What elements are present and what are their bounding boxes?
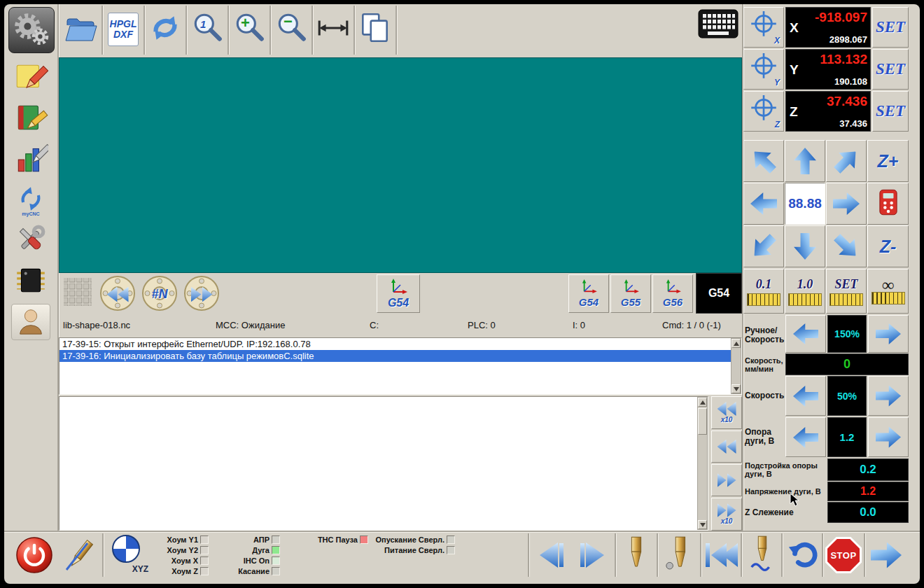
home-y1-indicator[interactable] — [200, 536, 209, 544]
user-button[interactable] — [11, 304, 50, 340]
touch-switch[interactable]: Касание — [227, 566, 280, 576]
jog-z-minus-button[interactable]: Z- — [867, 225, 909, 267]
program-back-x10-button[interactable]: x10 — [711, 396, 742, 429]
scrollbar-thumb[interactable] — [698, 408, 707, 435]
wcs-g54-button[interactable]: G54 — [568, 274, 609, 313]
jog-down-right-button[interactable] — [826, 225, 867, 267]
ihc-on-indicator[interactable] — [272, 556, 280, 565]
thread-cutting-button[interactable] — [743, 535, 781, 575]
scroll-down-icon[interactable] — [732, 384, 741, 393]
home-y1-switch[interactable]: Хоум Y1 — [144, 534, 209, 545]
arc-ref-increase-button[interactable] — [868, 417, 909, 457]
ihc-on-switch[interactable]: IHC On — [227, 555, 280, 566]
program-back-button[interactable] — [711, 430, 742, 463]
drill-lower-switch[interactable]: Опускание Сверл. — [368, 534, 455, 545]
arc-switch[interactable]: Дуга — [227, 545, 280, 555]
probe-tool-button[interactable] — [659, 535, 699, 575]
stop-button[interactable]: STOP — [825, 536, 862, 574]
step-continuous-button[interactable]: ∞ — [867, 269, 909, 314]
thc-pause-indicator[interactable] — [360, 536, 368, 544]
fit-width-button[interactable] — [315, 10, 351, 49]
import-hpgl-dxf-button[interactable]: HPGL DXF — [105, 10, 141, 49]
windows-button[interactable] — [357, 10, 393, 49]
pendant-button[interactable] — [867, 183, 909, 225]
log-scrollbar[interactable] — [731, 338, 741, 394]
jog-up-button[interactable] — [785, 140, 825, 182]
program-forward-x10-button[interactable]: x10 — [711, 498, 742, 531]
scroll-up-icon[interactable] — [698, 398, 707, 407]
zero-x-button[interactable]: X — [743, 7, 784, 48]
manual-button[interactable] — [11, 101, 50, 137]
scroll-up-icon[interactable] — [732, 339, 741, 348]
fast-forward-button[interactable] — [182, 275, 221, 314]
jog-left-button[interactable] — [743, 183, 784, 225]
arc-ref-decrease-button[interactable] — [785, 417, 826, 457]
home-x-switch[interactable]: Хоум X — [144, 555, 209, 566]
settings-button[interactable] — [8, 7, 55, 53]
zoom-actual-button[interactable]: 1 — [189, 10, 225, 49]
hardware-button[interactable] — [11, 263, 50, 300]
step-1.0-button[interactable]: 1.0 — [785, 269, 825, 314]
wcs-g55-button[interactable]: G55 — [610, 274, 651, 313]
zero-y-button[interactable]: Y — [743, 49, 784, 90]
jog-up-right-button[interactable] — [826, 140, 867, 182]
drill-power-switch[interactable]: Питание Сверл. — [368, 545, 455, 555]
zoom-in-button[interactable]: + — [231, 10, 267, 49]
refresh-button[interactable] — [147, 10, 183, 49]
speed-increase-button[interactable] — [868, 376, 909, 416]
set-x-button[interactable]: SET — [872, 7, 909, 48]
toolpath-canvas[interactable] — [59, 57, 742, 273]
manual-speed-increase-button[interactable] — [868, 315, 909, 353]
program-forward-button[interactable] — [711, 464, 742, 496]
config-tools-button[interactable] — [11, 223, 50, 259]
arc-indicator[interactable] — [272, 546, 280, 554]
drill-lower-indicator[interactable] — [447, 536, 455, 544]
rewind-program-button[interactable] — [703, 535, 741, 575]
start-button[interactable] — [867, 535, 906, 575]
wcs-g56-button[interactable]: G56 — [652, 274, 693, 313]
thc-pause-switch[interactable]: THC Пауза — [298, 534, 368, 545]
gcode-text-panel[interactable] — [59, 396, 708, 531]
apr-switch[interactable]: АПР — [227, 534, 280, 545]
editor-button[interactable] — [11, 60, 50, 97]
jog-down-button[interactable] — [785, 225, 825, 267]
touch-indicator[interactable] — [272, 567, 280, 575]
step-0.1-button[interactable]: 0.1 — [743, 269, 784, 314]
open-file-button[interactable] — [63, 10, 99, 49]
statistics-button[interactable] — [11, 141, 50, 178]
step-back-button[interactable] — [532, 535, 571, 575]
step-forward-button[interactable] — [573, 535, 612, 575]
home-z-switch[interactable]: Хоум Z — [144, 566, 209, 576]
drill-power-indicator[interactable] — [447, 546, 455, 554]
gcode-scrollbar[interactable] — [697, 397, 708, 530]
jog-down-left-button[interactable] — [743, 225, 784, 267]
log-line-selected[interactable]: 17-39-16: Инициализировать базу таблицы … — [59, 350, 731, 362]
jog-up-left-button[interactable] — [743, 140, 784, 182]
undo-button[interactable] — [784, 535, 822, 575]
spindle-button[interactable] — [617, 535, 655, 575]
virtual-keyboard-button[interactable] — [697, 8, 739, 42]
probe-button[interactable] — [62, 535, 98, 577]
scroll-down-icon[interactable] — [698, 520, 707, 529]
zero-z-button[interactable]: Z — [743, 91, 784, 132]
goto-line-button[interactable]: #N — [140, 275, 179, 314]
wcs-g54-main-button[interactable]: G54 — [377, 274, 420, 313]
set-z-button[interactable]: SET — [872, 91, 909, 132]
jog-right-button[interactable] — [826, 183, 867, 225]
rewind-button[interactable] — [98, 275, 137, 314]
jog-z-plus-button[interactable]: Z+ — [867, 140, 909, 182]
step-set-button[interactable]: SET — [826, 269, 867, 314]
goto-xyz-zero-button[interactable]: XYZ — [108, 533, 150, 577]
manual-speed-decrease-button[interactable] — [785, 315, 826, 353]
zoom-out-button[interactable]: − — [273, 10, 309, 49]
home-z-indicator[interactable] — [200, 567, 209, 575]
home-y2-switch[interactable]: Хоум Y2 — [144, 545, 209, 555]
apr-indicator[interactable] — [272, 536, 280, 544]
speed-decrease-button[interactable] — [785, 376, 826, 416]
mycnc-button[interactable]: myCNC — [11, 182, 50, 218]
power-button[interactable] — [15, 538, 53, 575]
set-y-button[interactable]: SET — [872, 49, 909, 90]
home-y2-indicator[interactable] — [200, 546, 209, 554]
grid-toggle-button[interactable] — [62, 277, 94, 309]
home-x-indicator[interactable] — [200, 556, 209, 565]
